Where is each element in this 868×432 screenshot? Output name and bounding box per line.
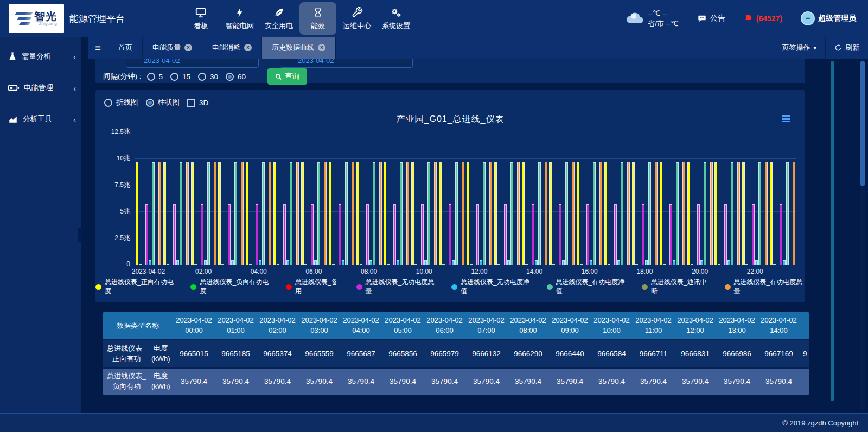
bar-总进线仪表_正向有功电度[interactable]	[687, 162, 690, 265]
legend-item-总进线仪表_备用[interactable]: 总进线仪表_备用	[286, 278, 342, 296]
bar-总进线仪表_正向有功电度[interactable]	[384, 162, 386, 265]
bar-总进线仪表_无功电度总量[interactable]	[173, 204, 176, 265]
bar-总进线仪表_无功电度总量[interactable]	[449, 204, 451, 265]
bar-总进线仪表_有功电度净值[interactable]	[427, 162, 430, 265]
bar-总进线仪表_负向有功电度[interactable]	[663, 264, 666, 265]
bar-总进线仪表_负向有功电度[interactable]	[360, 264, 362, 265]
page-scrollbar[interactable]	[860, 59, 865, 410]
bar-总进线仪表_负向有功电度[interactable]	[332, 264, 335, 265]
bar-总进线仪表_有功电度总量[interactable]	[406, 162, 409, 265]
bar-总进线仪表_有功电度总量[interactable]	[186, 162, 189, 265]
bar-总进线仪表_有功电度净值[interactable]	[676, 162, 679, 265]
bar-总进线仪表_正向有功电度[interactable]	[163, 162, 166, 265]
bar-总进线仪表_无功电度总量[interactable]	[366, 204, 369, 265]
bar-总进线仪表_有功电度总量[interactable]	[462, 162, 464, 265]
bar-总进线仪表_负向有功电度[interactable]	[139, 264, 142, 265]
bar-总进线仪表_有功电度净值[interactable]	[621, 162, 623, 265]
bar-总进线仪表_负向有功电度[interactable]	[167, 264, 169, 265]
bar-总进线仪表_无功电度总量[interactable]	[697, 204, 700, 265]
bar-总进线仪表_无功电度总量[interactable]	[421, 204, 424, 265]
bar-总进线仪表_负向有功电度[interactable]	[414, 264, 417, 265]
bar-总进线仪表_有功电度总量[interactable]	[517, 162, 520, 265]
bar-总进线仪表_无功电度净值[interactable]	[727, 260, 730, 265]
bar-总进线仪表_有功电度净值[interactable]	[317, 162, 320, 265]
bar-总进线仪表_无功电度总量[interactable]	[504, 204, 507, 265]
bar-总进线仪表_有功电度净值[interactable]	[510, 162, 513, 265]
bar-总进线仪表_无功电度净值[interactable]	[452, 260, 455, 265]
bar-总进线仪表_无功电度净值[interactable]	[149, 260, 151, 265]
bar-总进线仪表_无功电度净值[interactable]	[673, 260, 675, 265]
close-icon[interactable]: ×	[184, 44, 192, 51]
legend-item-总进线仪表_有功电度净值[interactable]: 总进线仪表_有功电度净值	[547, 278, 627, 296]
bar-总进线仪表_无功电度总量[interactable]	[476, 204, 479, 265]
bar-总进线仪表_有功电度净值[interactable]	[786, 162, 789, 265]
notice-button[interactable]: 公告	[697, 14, 725, 23]
page-scrollbar-thumb[interactable]	[860, 61, 865, 186]
bar-总进线仪表_无功电度总量[interactable]	[256, 204, 258, 265]
bar-总进线仪表_有功电度总量[interactable]	[489, 162, 492, 265]
bar-总进线仪表_有功电度总量[interactable]	[241, 162, 244, 265]
bar-总进线仪表_无功电度净值[interactable]	[286, 260, 289, 265]
bar-总进线仪表_无功电度净值[interactable]	[617, 260, 620, 265]
bar-总进线仪表_负向有功电度[interactable]	[277, 264, 279, 265]
bar-总进线仪表_有功电度净值[interactable]	[483, 162, 486, 265]
legend-item-总进线仪表_无功电度净值[interactable]: 总进线仪表_无功电度净值	[451, 278, 532, 296]
bar-总进线仪表_有功电度总量[interactable]	[793, 162, 795, 265]
bar-总进线仪表_负向有功电度[interactable]	[304, 264, 307, 265]
bar-总进线仪表_负向有功电度[interactable]	[635, 264, 638, 265]
bar-总进线仪表_无功电度总量[interactable]	[724, 204, 727, 265]
bar-总进线仪表_正向有功电度[interactable]	[218, 162, 221, 265]
bar-总进线仪表_无功电度净值[interactable]	[590, 260, 592, 265]
bar-总进线仪表_正向有功电度[interactable]	[522, 162, 525, 265]
bar-总进线仪表_有功电度净值[interactable]	[180, 162, 182, 265]
bar-总进线仪表_无功电度净值[interactable]	[176, 260, 179, 265]
tab-operations-dropdown[interactable]: 页签操作 ▾	[773, 37, 825, 59]
bar-总进线仪表_有功电度总量[interactable]	[737, 162, 740, 265]
bar-总进线仪表_正向有功电度[interactable]	[770, 162, 773, 265]
bar-总进线仪表_无功电度总量[interactable]	[283, 204, 286, 265]
close-icon[interactable]: ×	[318, 44, 326, 51]
bar-总进线仪表_无功电度净值[interactable]	[259, 260, 261, 265]
bar-总进线仪表_无功电度净值[interactable]	[314, 260, 317, 265]
bar-总进线仪表_有功电度总量[interactable]	[352, 162, 354, 265]
bar-总进线仪表_无功电度净值[interactable]	[645, 260, 648, 265]
bar-总进线仪表_正向有功电度[interactable]	[742, 162, 745, 265]
tab-电能消耗[interactable]: 电能消耗×	[202, 37, 262, 59]
bar-总进线仪表_正向有功电度[interactable]	[577, 162, 579, 265]
bar-总进线仪表_有功电度净值[interactable]	[731, 162, 733, 265]
content-scrollbar[interactable]	[831, 61, 834, 401]
bar-总进线仪表_正向有功电度[interactable]	[329, 162, 331, 265]
chart-option-3D[interactable]: 3D	[187, 99, 208, 107]
bar-总进线仪表_负向有功电度[interactable]	[249, 264, 252, 265]
bar-总进线仪表_有功电度净值[interactable]	[373, 162, 375, 265]
bar-总进线仪表_无功电度总量[interactable]	[311, 204, 314, 265]
nav-item-看板[interactable]: 看板	[182, 2, 219, 35]
bar-总进线仪表_无功电度总量[interactable]	[393, 204, 396, 265]
bar-总进线仪表_有功电度总量[interactable]	[545, 162, 547, 265]
bar-总进线仪表_正向有功电度[interactable]	[494, 162, 497, 265]
bar-总进线仪表_无功电度净值[interactable]	[562, 260, 565, 265]
bar-总进线仪表_有功电度净值[interactable]	[704, 162, 706, 265]
interval-option-5[interactable]: 5	[147, 73, 163, 81]
bar-总进线仪表_有功电度净值[interactable]	[234, 162, 237, 265]
nav-item-安全用电[interactable]: 安全用电	[260, 2, 297, 35]
bar-总进线仪表_有功电度总量[interactable]	[627, 162, 630, 265]
bar-总进线仪表_有功电度净值[interactable]	[648, 162, 651, 265]
radio-icon[interactable]	[104, 99, 112, 107]
sidebar-item-电能管理[interactable]: 电能管理‹	[0, 76, 81, 100]
bar-总进线仪表_负向有功电度[interactable]	[718, 264, 720, 265]
bar-总进线仪表_负向有功电度[interactable]	[497, 264, 500, 265]
chart-context-menu-icon[interactable]	[780, 114, 792, 124]
chart-option-折线图[interactable]: 折线图	[104, 98, 138, 107]
bar-总进线仪表_有功电度总量[interactable]	[572, 162, 575, 265]
legend-item-总进线仪表_无功电度总量[interactable]: 总进线仪表_无功电度总量	[356, 278, 437, 296]
checkbox-icon[interactable]	[187, 99, 195, 107]
bar-总进线仪表_有功电度净值[interactable]	[400, 162, 403, 265]
bar-总进线仪表_无功电度净值[interactable]	[700, 260, 703, 265]
bar-总进线仪表_无功电度总量[interactable]	[339, 204, 341, 265]
bar-总进线仪表_负向有功电度[interactable]	[691, 264, 693, 265]
legend-item-总进线仪表_有功电度总量[interactable]: 总进线仪表_有功电度总量	[725, 278, 805, 296]
bar-总进线仪表_负向有功电度[interactable]	[525, 264, 528, 265]
alarm-button[interactable]: (64527)	[744, 14, 782, 23]
sidebar-toggle-icon[interactable]: ≡	[88, 37, 108, 59]
